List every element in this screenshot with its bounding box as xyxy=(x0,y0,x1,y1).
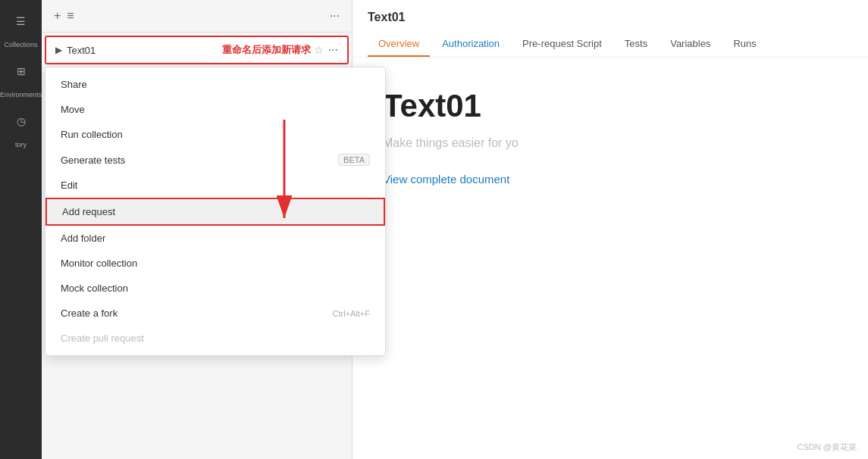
context-menu: Share Move Run collection Generate tests… xyxy=(45,67,386,356)
menu-item-edit[interactable]: Edit xyxy=(45,173,385,198)
filter-button[interactable]: ≡ xyxy=(64,8,77,24)
sidebar-collections-section: ☰ Collections xyxy=(0,8,42,55)
tab-overview[interactable]: Overview xyxy=(368,32,430,57)
collection-big-title: Text01 xyxy=(383,88,481,124)
sidebar-history-label: tory xyxy=(15,141,27,148)
beta-badge: BETA xyxy=(338,154,370,166)
sidebar-collections-label: Collections xyxy=(4,41,37,48)
collection-subtitle: Make things easier for yo xyxy=(383,136,519,150)
menu-item-mock-collection[interactable]: Mock collection xyxy=(45,276,385,301)
sidebar-environments-section: ⊞ Environments xyxy=(0,58,42,105)
menu-item-generate-tests[interactable]: Generate tests BETA xyxy=(45,147,385,173)
sidebar-history-section: ◷ tory xyxy=(0,108,42,155)
collections-panel: + ≡ ··· ▶ Text01 重命名后添加新请求 ☆ ··· Share M… xyxy=(42,0,353,459)
tab-runs[interactable]: Runs xyxy=(722,32,766,57)
menu-item-create-fork[interactable]: Create a fork Ctrl+Alt+F xyxy=(45,301,385,326)
watermark: CSDN @黄花菜. xyxy=(797,442,859,453)
sidebar-environments-icon[interactable]: ⊞ xyxy=(8,58,35,85)
main-header: Text01 Overview Authorization Pre-reques… xyxy=(353,0,868,58)
collection-item-text01[interactable]: ▶ Text01 重命名后添加新请求 ☆ ··· xyxy=(45,36,349,64)
rename-hint: 重命名后添加新请求 xyxy=(222,43,311,57)
menu-item-share[interactable]: Share xyxy=(45,72,385,97)
view-docs-link[interactable]: View complete document xyxy=(383,173,509,186)
chevron-icon: ▶ xyxy=(55,45,62,55)
collection-name: Text01 xyxy=(67,45,222,56)
main-header-title: Text01 xyxy=(368,11,853,24)
main-body: Text01 Make things easier for yo View co… xyxy=(353,58,868,459)
star-icon[interactable]: ☆ xyxy=(314,44,324,56)
panel-more-button[interactable]: ··· xyxy=(327,8,343,24)
tab-pre-request-script[interactable]: Pre-request Script xyxy=(512,32,613,57)
sidebar-history-icon[interactable]: ◷ xyxy=(8,108,35,135)
tab-variables[interactable]: Variables xyxy=(660,32,721,57)
menu-item-monitor-collection[interactable]: Monitor collection xyxy=(45,251,385,276)
tab-authorization[interactable]: Authorization xyxy=(431,32,510,57)
sidebar: ☰ Collections ⊞ Environments ◷ tory xyxy=(0,0,42,459)
sidebar-environments-label: Environments xyxy=(0,91,42,98)
menu-item-run-collection[interactable]: Run collection xyxy=(45,122,385,147)
menu-item-add-folder[interactable]: Add folder xyxy=(45,226,385,251)
panel-header: + ≡ ··· xyxy=(42,0,352,33)
main-content: Text01 Overview Authorization Pre-reques… xyxy=(353,0,868,459)
collection-more-button[interactable]: ··· xyxy=(328,43,338,57)
add-collection-button[interactable]: + xyxy=(51,8,64,24)
menu-item-move[interactable]: Move xyxy=(45,97,385,122)
sidebar-collections-icon[interactable]: ☰ xyxy=(8,8,35,35)
tabs-bar: Overview Authorization Pre-request Scrip… xyxy=(368,32,853,57)
menu-item-add-request[interactable]: Add request xyxy=(45,198,385,226)
menu-item-create-pull-request: Create pull request xyxy=(45,326,385,351)
tab-tests[interactable]: Tests xyxy=(614,32,658,57)
